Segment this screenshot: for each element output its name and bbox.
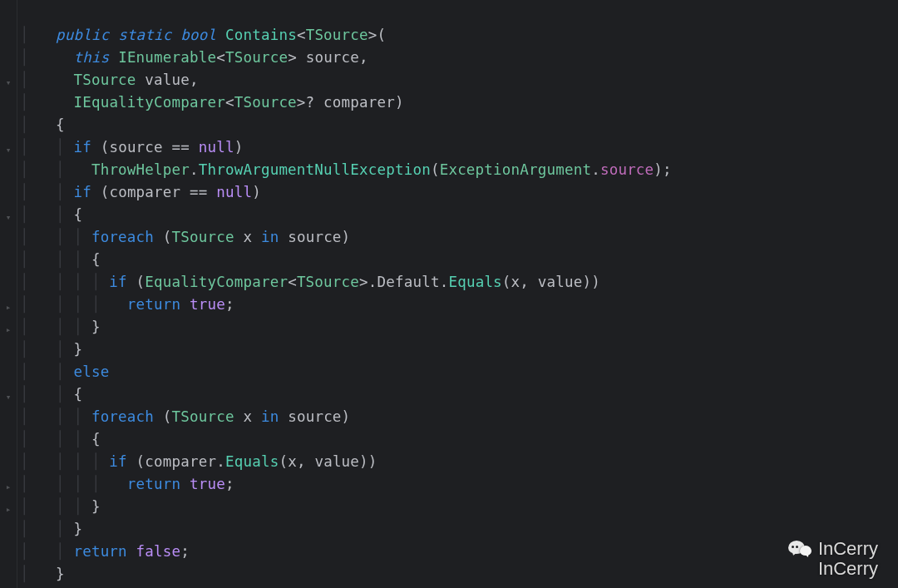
keyword-foreach: foreach <box>91 408 154 425</box>
watermark-text-1: InCerry <box>818 538 878 560</box>
open-brace: { <box>73 206 82 223</box>
close-brace: } <box>91 319 101 335</box>
fold-end-icon[interactable]: ▸ <box>2 504 14 516</box>
literal-null: null <box>199 139 234 156</box>
open-brace: { <box>91 251 101 268</box>
wechat-icon <box>788 539 812 559</box>
literal-false: false <box>136 543 181 560</box>
type-param: TSource <box>306 27 368 43</box>
fold-end-icon[interactable]: ▸ <box>2 302 14 314</box>
fold-end-icon[interactable]: ▸ <box>2 482 14 493</box>
fold-marker-icon[interactable]: ▾ <box>2 145 14 156</box>
gutter: ▾ ▾ ▾ ▸ ▸ ▾ ▸ ▸ <box>0 0 17 588</box>
method-name: Contains <box>225 27 297 43</box>
enum-source: source <box>600 161 654 178</box>
call-throw: ThrowArgumentNullException <box>199 161 431 178</box>
keyword-if: if <box>109 453 126 470</box>
open-brace: { <box>91 431 101 447</box>
literal-true: true <box>190 296 225 313</box>
call-equals: Equals <box>225 453 279 470</box>
close-brace: } <box>91 498 101 515</box>
param-source: source <box>306 49 359 66</box>
type-exceptionargument: ExceptionArgument <box>440 161 592 178</box>
keyword-bool: bool <box>180 27 216 43</box>
param-value: value <box>145 72 190 88</box>
keyword-in: in <box>261 229 279 245</box>
keyword-if: if <box>73 139 91 156</box>
literal-true: true <box>190 476 225 492</box>
param-comparer: comparer <box>323 94 395 111</box>
keyword-return: return <box>127 476 180 492</box>
open-brace: { <box>73 386 82 403</box>
call-equals: Equals <box>448 274 501 290</box>
keyword-public: public <box>56 27 109 43</box>
close-brace: } <box>73 341 82 358</box>
open-brace: { <box>56 116 65 133</box>
keyword-return: return <box>73 543 126 560</box>
close-brace: } <box>56 566 65 582</box>
keyword-return: return <box>127 296 180 313</box>
fold-marker-icon[interactable]: ▾ <box>2 77 14 89</box>
watermark-text-2: InCerry <box>788 558 878 580</box>
keyword-if: if <box>109 274 126 290</box>
keyword-else: else <box>73 363 109 380</box>
prop-default: Default <box>377 274 440 290</box>
fold-marker-icon[interactable]: ▾ <box>2 212 14 224</box>
watermark: InCerry InCerry <box>788 538 878 580</box>
keyword-static: static <box>118 27 171 43</box>
fold-end-icon[interactable]: ▸ <box>2 324 14 336</box>
keyword-if: if <box>73 184 91 200</box>
var-x: x <box>243 229 252 245</box>
type-ienumerable: IEnumerable <box>118 49 216 66</box>
fold-marker-icon[interactable]: ▾ <box>2 392 14 403</box>
source-code[interactable]: │ public static bool Contains<TSource>( … <box>17 0 898 588</box>
keyword-foreach: foreach <box>91 229 154 245</box>
type-equalitycomparer: IEqualityComparer <box>73 94 225 111</box>
keyword-this: this <box>73 49 109 66</box>
code-editor: ▾ ▾ ▾ ▸ ▸ ▾ ▸ ▸ │ public static bool Con… <box>0 0 898 588</box>
close-brace: } <box>73 521 82 537</box>
type-throwhelper: ThrowHelper <box>91 161 190 178</box>
